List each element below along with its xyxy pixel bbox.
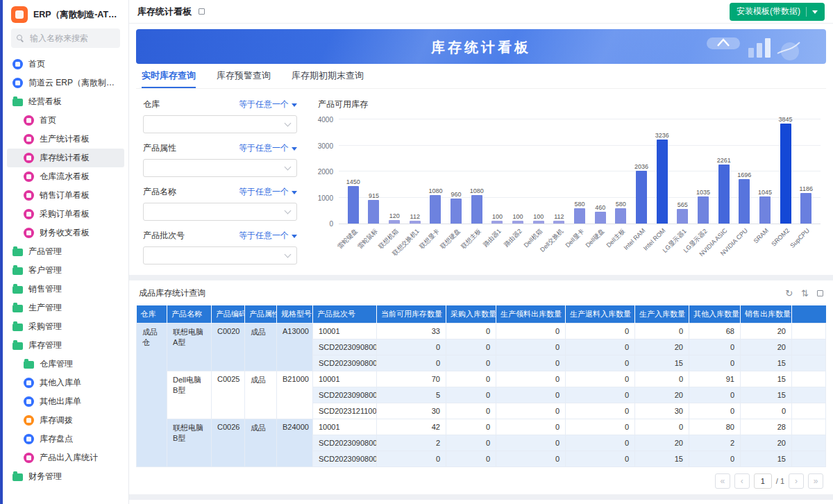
bar [533, 221, 544, 224]
table-cell: 0 [377, 339, 446, 355]
pagination-next-button[interactable]: › [789, 473, 804, 489]
table-cell [792, 355, 826, 371]
pagination-prev-button[interactable]: ‹ [734, 473, 750, 489]
table-cell: 0 [496, 403, 566, 419]
page-number[interactable]: 1 [754, 473, 772, 489]
search-input[interactable] [28, 33, 115, 44]
sidebar-item[interactable]: 其他入库单 [7, 373, 124, 392]
sidebar-item[interactable]: 生产统计看板 [7, 130, 124, 149]
pagination-last-button[interactable]: » [808, 473, 823, 489]
filter-label: 产品属性 [143, 142, 176, 154]
pagination-first-button[interactable]: « [715, 473, 730, 489]
filter-label: 产品批次号 [143, 230, 185, 242]
filter-operator[interactable]: 等于任意一个 [239, 142, 297, 154]
bar-group: 1696 [734, 171, 755, 224]
sidebar-item[interactable]: 仓库流水看板 [7, 167, 124, 186]
bar [677, 209, 688, 224]
sidebar-item-label: 经营看板 [28, 96, 62, 108]
table-cell [792, 371, 826, 387]
table-cell: 28 [741, 419, 792, 435]
form-icon [24, 415, 34, 426]
filter-select[interactable] [143, 246, 297, 264]
bar-value-label: 960 [451, 191, 462, 198]
table-cell [792, 387, 826, 403]
install-template-button[interactable]: 安装模板(带数据) [730, 3, 825, 21]
pagination: «‹1/ 1›» [139, 473, 823, 489]
refresh-icon[interactable]: ↻ [785, 289, 793, 298]
sidebar-item-label: 生产统计看板 [40, 133, 90, 145]
table-cell: 33 [377, 324, 446, 339]
sidebar-search[interactable] [11, 28, 120, 48]
bar-value-label: 1080 [470, 187, 484, 194]
table-cell: B21000 [277, 371, 313, 419]
sidebar-item[interactable]: 财务管理 [7, 467, 124, 486]
sidebar-item[interactable]: 库存调拨 [7, 411, 124, 430]
table-cell: 0 [566, 403, 635, 419]
sidebar-item[interactable]: 库存盘点 [7, 430, 124, 448]
sidebar-item[interactable]: 库存统计看板 [7, 149, 124, 167]
bar-group: 2036 [631, 163, 652, 224]
table-cell: 15 [741, 451, 792, 467]
table-cell: 0 [635, 371, 689, 387]
filter-label: 仓库 [143, 99, 160, 110]
tab-2[interactable]: 库存预警查询 [217, 64, 271, 88]
sidebar-item[interactable]: 简道云 ERP（离散制造-ATO） ... [7, 74, 124, 92]
sidebar-item[interactable]: 客户管理 [7, 261, 124, 280]
bar [451, 199, 462, 224]
table-cell: 42 [377, 419, 446, 435]
filter-operator[interactable]: 等于任意一个 [239, 230, 297, 242]
topbar: 库存统计看板 安装模板(带数据) [129, 0, 833, 24]
bar [698, 196, 709, 224]
table-cell: 20 [741, 435, 792, 451]
chevron-down-icon [292, 103, 297, 110]
sidebar-item[interactable]: 首页 [7, 111, 124, 130]
tab-3[interactable]: 库存期初期末查询 [292, 64, 364, 88]
bar-value-label: 565 [678, 201, 688, 208]
sidebar-item[interactable]: 首页 [7, 55, 124, 74]
filter-select[interactable] [143, 159, 297, 177]
sidebar-item[interactable]: 产品出入库统计 [7, 448, 124, 467]
sidebar-item-label: 销售订单看板 [40, 190, 90, 201]
bar-value-label: 1045 [758, 189, 772, 196]
tab-1[interactable]: 实时库存查询 [142, 64, 196, 88]
sidebar-item[interactable]: 产品管理 [7, 242, 124, 261]
bar-group: 1035 [693, 189, 714, 224]
filter-select[interactable] [143, 115, 297, 133]
sidebar-item[interactable]: 生产管理 [7, 299, 124, 317]
bar-value-label: 580 [616, 201, 626, 208]
table-cell: 0 [496, 451, 566, 467]
chevron-down-icon[interactable] [812, 10, 818, 17]
table-cell: 0 [689, 451, 741, 467]
x-axis-label: SRAM [752, 227, 770, 244]
bar [430, 195, 441, 224]
filter-block: 产品名称等于任意一个 [143, 186, 297, 221]
tabs: 实时库存查询库存预警查询库存期初期末查询 [136, 64, 826, 89]
sidebar-item[interactable]: 销售管理 [7, 280, 124, 299]
filter-operator[interactable]: 等于任意一个 [239, 186, 297, 198]
bar-value-label: 2261 [717, 157, 731, 164]
filter-operator[interactable]: 等于任意一个 [239, 99, 297, 110]
table-cell: 0 [689, 403, 741, 419]
table-cell: 30 [377, 403, 446, 419]
sidebar-item[interactable]: 财务收支看板 [7, 224, 124, 242]
sidebar-item[interactable]: 采购管理 [7, 317, 124, 336]
table-cell: 0 [689, 355, 741, 371]
table-cell: 80 [689, 419, 741, 435]
filter-select[interactable] [143, 203, 297, 221]
table-cell: 0 [689, 339, 741, 355]
sidebar-item[interactable]: 其他出库单 [7, 392, 124, 411]
sort-icon[interactable]: ⇅ [801, 289, 809, 298]
fullscreen-icon[interactable] [817, 290, 823, 296]
bar-value-label: 120 [389, 212, 400, 219]
sidebar-item[interactable]: 仓库管理 [7, 355, 124, 373]
table-cell: SCD20230908003 [313, 355, 377, 371]
sidebar-item[interactable]: 采购订单看板 [7, 205, 124, 224]
fullscreen-icon[interactable] [199, 8, 205, 15]
sidebar-item[interactable]: 库存管理 [7, 336, 124, 355]
y-tick-label: 1000 [318, 194, 333, 202]
sidebar-item[interactable]: 经营看板 [7, 92, 124, 111]
bar [800, 193, 811, 224]
sidebar-item[interactable]: 销售订单看板 [7, 186, 124, 205]
table-cell [792, 339, 826, 355]
table-cell: 15 [635, 451, 689, 467]
